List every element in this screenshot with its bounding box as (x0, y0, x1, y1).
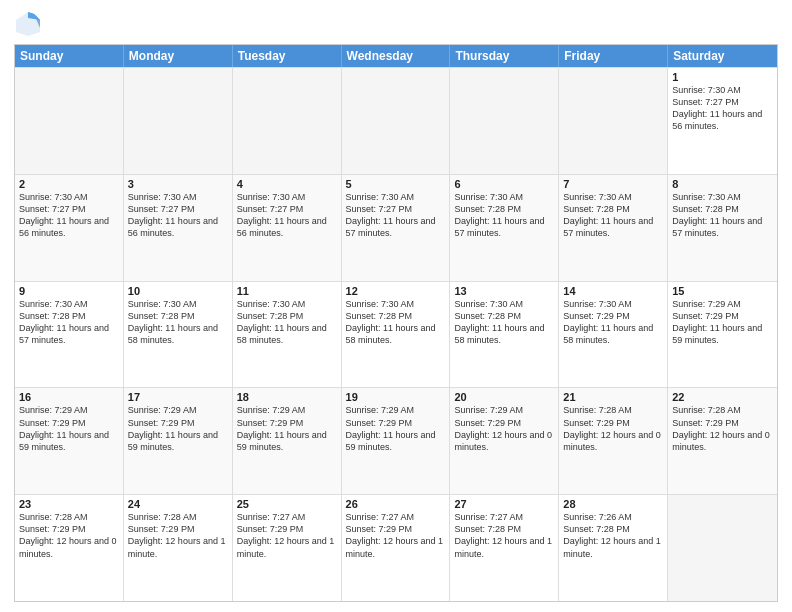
day-info: Sunrise: 7:28 AM Sunset: 7:29 PM Dayligh… (672, 404, 773, 453)
cal-row-5: 23Sunrise: 7:28 AM Sunset: 7:29 PM Dayli… (15, 494, 777, 601)
cal-cell-day-12: 12Sunrise: 7:30 AM Sunset: 7:28 PM Dayli… (342, 282, 451, 388)
cal-cell-day-5: 5Sunrise: 7:30 AM Sunset: 7:27 PM Daylig… (342, 175, 451, 281)
day-info: Sunrise: 7:30 AM Sunset: 7:28 PM Dayligh… (346, 298, 446, 347)
cal-cell-day-25: 25Sunrise: 7:27 AM Sunset: 7:29 PM Dayli… (233, 495, 342, 601)
day-info: Sunrise: 7:30 AM Sunset: 7:28 PM Dayligh… (563, 191, 663, 240)
day-number: 7 (563, 178, 663, 190)
day-number: 8 (672, 178, 773, 190)
day-info: Sunrise: 7:30 AM Sunset: 7:29 PM Dayligh… (563, 298, 663, 347)
header-day-sunday: Sunday (15, 45, 124, 67)
day-number: 20 (454, 391, 554, 403)
cal-cell-day-10: 10Sunrise: 7:30 AM Sunset: 7:28 PM Dayli… (124, 282, 233, 388)
cal-cell-day-2: 2Sunrise: 7:30 AM Sunset: 7:27 PM Daylig… (15, 175, 124, 281)
day-number: 24 (128, 498, 228, 510)
cal-cell-day-28: 28Sunrise: 7:26 AM Sunset: 7:28 PM Dayli… (559, 495, 668, 601)
cal-cell-day-16: 16Sunrise: 7:29 AM Sunset: 7:29 PM Dayli… (15, 388, 124, 494)
cal-cell-day-8: 8Sunrise: 7:30 AM Sunset: 7:28 PM Daylig… (668, 175, 777, 281)
day-info: Sunrise: 7:30 AM Sunset: 7:28 PM Dayligh… (237, 298, 337, 347)
day-number: 22 (672, 391, 773, 403)
day-number: 27 (454, 498, 554, 510)
cal-cell-empty (124, 68, 233, 174)
day-info: Sunrise: 7:28 AM Sunset: 7:29 PM Dayligh… (19, 511, 119, 560)
calendar-body: 1Sunrise: 7:30 AM Sunset: 7:27 PM Daylig… (15, 67, 777, 601)
calendar-header: SundayMondayTuesdayWednesdayThursdayFrid… (15, 45, 777, 67)
day-info: Sunrise: 7:29 AM Sunset: 7:29 PM Dayligh… (128, 404, 228, 453)
cal-cell-empty (15, 68, 124, 174)
calendar: SundayMondayTuesdayWednesdayThursdayFrid… (14, 44, 778, 602)
cal-cell-empty (342, 68, 451, 174)
day-number: 3 (128, 178, 228, 190)
cal-row-2: 2Sunrise: 7:30 AM Sunset: 7:27 PM Daylig… (15, 174, 777, 281)
header-day-wednesday: Wednesday (342, 45, 451, 67)
header (14, 10, 778, 38)
day-info: Sunrise: 7:29 AM Sunset: 7:29 PM Dayligh… (19, 404, 119, 453)
day-number: 25 (237, 498, 337, 510)
day-info: Sunrise: 7:29 AM Sunset: 7:29 PM Dayligh… (237, 404, 337, 453)
logo (14, 10, 46, 38)
day-number: 28 (563, 498, 663, 510)
day-number: 19 (346, 391, 446, 403)
day-info: Sunrise: 7:27 AM Sunset: 7:29 PM Dayligh… (346, 511, 446, 560)
day-info: Sunrise: 7:30 AM Sunset: 7:27 PM Dayligh… (19, 191, 119, 240)
cal-cell-empty (233, 68, 342, 174)
day-number: 17 (128, 391, 228, 403)
cal-cell-day-9: 9Sunrise: 7:30 AM Sunset: 7:28 PM Daylig… (15, 282, 124, 388)
day-info: Sunrise: 7:30 AM Sunset: 7:28 PM Dayligh… (19, 298, 119, 347)
day-number: 21 (563, 391, 663, 403)
day-info: Sunrise: 7:30 AM Sunset: 7:28 PM Dayligh… (454, 298, 554, 347)
cal-cell-day-20: 20Sunrise: 7:29 AM Sunset: 7:29 PM Dayli… (450, 388, 559, 494)
day-number: 4 (237, 178, 337, 190)
day-number: 2 (19, 178, 119, 190)
cal-cell-day-11: 11Sunrise: 7:30 AM Sunset: 7:28 PM Dayli… (233, 282, 342, 388)
day-info: Sunrise: 7:26 AM Sunset: 7:28 PM Dayligh… (563, 511, 663, 560)
day-number: 18 (237, 391, 337, 403)
day-info: Sunrise: 7:30 AM Sunset: 7:27 PM Dayligh… (128, 191, 228, 240)
cal-cell-day-18: 18Sunrise: 7:29 AM Sunset: 7:29 PM Dayli… (233, 388, 342, 494)
day-number: 16 (19, 391, 119, 403)
cal-cell-empty (450, 68, 559, 174)
cal-cell-day-22: 22Sunrise: 7:28 AM Sunset: 7:29 PM Dayli… (668, 388, 777, 494)
header-day-tuesday: Tuesday (233, 45, 342, 67)
day-number: 1 (672, 71, 773, 83)
day-number: 23 (19, 498, 119, 510)
logo-icon (14, 10, 42, 38)
day-number: 13 (454, 285, 554, 297)
day-info: Sunrise: 7:27 AM Sunset: 7:29 PM Dayligh… (237, 511, 337, 560)
cal-cell-day-24: 24Sunrise: 7:28 AM Sunset: 7:29 PM Dayli… (124, 495, 233, 601)
day-info: Sunrise: 7:30 AM Sunset: 7:28 PM Dayligh… (454, 191, 554, 240)
cal-cell-day-6: 6Sunrise: 7:30 AM Sunset: 7:28 PM Daylig… (450, 175, 559, 281)
cal-cell-day-1: 1Sunrise: 7:30 AM Sunset: 7:27 PM Daylig… (668, 68, 777, 174)
cal-cell-day-4: 4Sunrise: 7:30 AM Sunset: 7:27 PM Daylig… (233, 175, 342, 281)
day-info: Sunrise: 7:29 AM Sunset: 7:29 PM Dayligh… (454, 404, 554, 453)
cal-cell-day-17: 17Sunrise: 7:29 AM Sunset: 7:29 PM Dayli… (124, 388, 233, 494)
day-number: 12 (346, 285, 446, 297)
header-day-saturday: Saturday (668, 45, 777, 67)
header-day-monday: Monday (124, 45, 233, 67)
cal-row-3: 9Sunrise: 7:30 AM Sunset: 7:28 PM Daylig… (15, 281, 777, 388)
cal-cell-day-3: 3Sunrise: 7:30 AM Sunset: 7:27 PM Daylig… (124, 175, 233, 281)
cal-cell-day-19: 19Sunrise: 7:29 AM Sunset: 7:29 PM Dayli… (342, 388, 451, 494)
day-number: 14 (563, 285, 663, 297)
header-day-friday: Friday (559, 45, 668, 67)
cal-cell-day-14: 14Sunrise: 7:30 AM Sunset: 7:29 PM Dayli… (559, 282, 668, 388)
cal-cell-day-13: 13Sunrise: 7:30 AM Sunset: 7:28 PM Dayli… (450, 282, 559, 388)
day-info: Sunrise: 7:29 AM Sunset: 7:29 PM Dayligh… (672, 298, 773, 347)
page: SundayMondayTuesdayWednesdayThursdayFrid… (0, 0, 792, 612)
cal-row-1: 1Sunrise: 7:30 AM Sunset: 7:27 PM Daylig… (15, 67, 777, 174)
cal-cell-empty (668, 495, 777, 601)
day-info: Sunrise: 7:30 AM Sunset: 7:28 PM Dayligh… (128, 298, 228, 347)
cal-row-4: 16Sunrise: 7:29 AM Sunset: 7:29 PM Dayli… (15, 387, 777, 494)
day-number: 15 (672, 285, 773, 297)
day-info: Sunrise: 7:28 AM Sunset: 7:29 PM Dayligh… (563, 404, 663, 453)
day-info: Sunrise: 7:29 AM Sunset: 7:29 PM Dayligh… (346, 404, 446, 453)
day-number: 9 (19, 285, 119, 297)
day-number: 11 (237, 285, 337, 297)
day-number: 10 (128, 285, 228, 297)
day-info: Sunrise: 7:30 AM Sunset: 7:28 PM Dayligh… (672, 191, 773, 240)
header-day-thursday: Thursday (450, 45, 559, 67)
cal-cell-day-23: 23Sunrise: 7:28 AM Sunset: 7:29 PM Dayli… (15, 495, 124, 601)
cal-cell-day-21: 21Sunrise: 7:28 AM Sunset: 7:29 PM Dayli… (559, 388, 668, 494)
day-info: Sunrise: 7:30 AM Sunset: 7:27 PM Dayligh… (237, 191, 337, 240)
cal-cell-day-27: 27Sunrise: 7:27 AM Sunset: 7:28 PM Dayli… (450, 495, 559, 601)
cal-cell-day-26: 26Sunrise: 7:27 AM Sunset: 7:29 PM Dayli… (342, 495, 451, 601)
